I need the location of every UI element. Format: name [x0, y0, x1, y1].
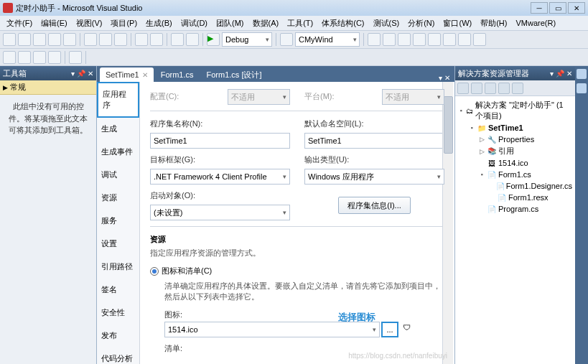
- tool-icon[interactable]: [473, 33, 486, 46]
- document-tab[interactable]: Form1.cs [设计]: [201, 67, 268, 82]
- start-debug-icon[interactable]: ▶: [207, 33, 220, 46]
- menu-item[interactable]: 体系结构(C): [318, 17, 368, 30]
- add-item-icon[interactable]: [18, 33, 31, 46]
- menu-item[interactable]: 视图(V): [73, 17, 106, 30]
- config-dropdown[interactable]: Debug: [222, 32, 272, 47]
- config-label: 配置(C):: [150, 91, 213, 102]
- tool-icon[interactable]: [368, 33, 381, 46]
- collapsed-panel-icon[interactable]: [577, 83, 587, 93]
- output-type-select[interactable]: Windows 应用程序: [304, 169, 444, 185]
- framework-select[interactable]: .NET Framework 4 Client Profile: [150, 169, 290, 185]
- prop-nav-item[interactable]: 应用程序: [97, 82, 139, 118]
- menu-item[interactable]: 帮助(H): [477, 17, 510, 30]
- menu-item[interactable]: 项目(P): [107, 17, 141, 30]
- view-designer-icon[interactable]: [512, 83, 523, 94]
- menu-item[interactable]: 文件(F): [3, 17, 36, 30]
- nav-fwd-icon[interactable]: [186, 33, 199, 46]
- toolbox-group-label: 常规: [10, 82, 26, 93]
- refresh-icon[interactable]: [485, 83, 496, 94]
- solution-root[interactable]: ▪🗂 解决方案 "定时小助手" (1 个项目): [458, 99, 572, 122]
- icon-select[interactable]: 1514.ico: [164, 322, 380, 337]
- prop-nav-item[interactable]: 设置: [97, 233, 139, 256]
- redo-icon[interactable]: [150, 33, 163, 46]
- menu-item[interactable]: 团队(M): [213, 17, 248, 30]
- prop-nav-item[interactable]: 生成事件: [97, 141, 139, 164]
- menu-item[interactable]: 生成(B): [142, 17, 176, 30]
- separator: [167, 33, 167, 46]
- icon-manifest-radio[interactable]: 图标和清单(C): [150, 266, 444, 276]
- tool-icon[interactable]: [383, 33, 396, 46]
- prop-nav-item[interactable]: 发布: [97, 325, 139, 347]
- tree-item[interactable]: ▷📚引用: [458, 145, 572, 157]
- cut-icon[interactable]: [84, 33, 97, 46]
- tool-icon[interactable]: [48, 51, 61, 64]
- close-tab-icon[interactable]: ✕: [142, 71, 148, 79]
- prop-nav-item[interactable]: 生成: [97, 118, 139, 141]
- browse-icon-button[interactable]: ...: [381, 322, 398, 337]
- document-tab[interactable]: Form1.cs: [155, 67, 200, 82]
- menu-item[interactable]: VMware(R): [512, 17, 559, 29]
- tree-item[interactable]: ▷🔧Properties: [458, 134, 572, 145]
- close-button[interactable]: ✕: [568, 2, 585, 14]
- menu-item[interactable]: 测试(S): [370, 17, 403, 30]
- tool-icon[interactable]: [33, 51, 46, 64]
- maximize-button[interactable]: ▭: [549, 2, 566, 14]
- menu-item[interactable]: 分析(N): [404, 17, 438, 30]
- tool-icon[interactable]: [3, 51, 16, 64]
- tree-item[interactable]: ▪📄Form1.cs: [458, 169, 572, 180]
- prop-nav-item[interactable]: 服务: [97, 210, 139, 233]
- tool-icon[interactable]: [18, 51, 31, 64]
- menu-item[interactable]: 编辑(E): [37, 17, 71, 30]
- tool-icon[interactable]: [398, 33, 411, 46]
- prop-nav-item[interactable]: 调试: [97, 164, 139, 187]
- view-code-icon[interactable]: [498, 83, 510, 94]
- nav-back-icon[interactable]: [171, 33, 184, 46]
- tree-item[interactable]: 🖼1514.ico: [458, 157, 572, 169]
- find-icon[interactable]: [280, 33, 293, 46]
- paste-icon[interactable]: [114, 33, 127, 46]
- prop-nav-item[interactable]: 引用路径: [97, 256, 139, 279]
- editor-area: SetTime1✕Form1.csForm1.cs [设计]▾ ✕ 应用程序生成…: [97, 66, 454, 364]
- namespace-input[interactable]: [304, 133, 444, 149]
- tree-item[interactable]: 📄Program.cs: [458, 203, 572, 215]
- assembly-name-input[interactable]: [150, 133, 290, 149]
- platform-dropdown[interactable]: CMyWind: [295, 32, 360, 47]
- tree-item[interactable]: 📄Form1.Designer.cs: [458, 180, 572, 192]
- properties-icon[interactable]: [457, 83, 469, 94]
- pin-icon[interactable]: ▾ 📌 ✕: [550, 70, 572, 78]
- tool-icon[interactable]: [428, 33, 441, 46]
- toolbox-title: 工具箱: [3, 68, 27, 79]
- toolbox-group[interactable]: ▶ 常规: [0, 80, 96, 95]
- prop-nav-item[interactable]: 代码分析: [97, 347, 139, 364]
- tree-item[interactable]: ▪📁SetTime1: [458, 122, 572, 134]
- tool-icon[interactable]: [413, 33, 426, 46]
- show-all-icon[interactable]: [471, 83, 482, 94]
- menu-item[interactable]: 窗口(W): [439, 17, 475, 30]
- prop-nav-item[interactable]: 签名: [97, 279, 139, 302]
- scrollbar-thumb[interactable]: [444, 96, 453, 154]
- undo-icon[interactable]: [135, 33, 148, 46]
- prop-nav-item[interactable]: 资源: [97, 187, 139, 210]
- tree-item[interactable]: 📄Form1.resx: [458, 192, 572, 203]
- menu-item[interactable]: 工具(T): [284, 17, 317, 30]
- collapsed-panel-icon[interactable]: [577, 69, 587, 79]
- menu-item[interactable]: 调试(D): [177, 17, 211, 30]
- new-project-icon[interactable]: [3, 33, 16, 46]
- menu-item[interactable]: 数据(A): [249, 17, 283, 30]
- tool-icon[interactable]: [69, 51, 82, 64]
- prop-nav-item[interactable]: 安全性: [97, 302, 139, 325]
- tab-dropdown-icon[interactable]: ▾ ✕: [434, 74, 454, 82]
- solution-root-label: 解决方案 "定时小助手" (1 个项目): [475, 100, 572, 121]
- pin-icon[interactable]: ▾ 📌 ✕: [71, 70, 93, 78]
- watermark: https://blog.csdn.net/nanfeibuyi: [348, 352, 447, 360]
- tool-icon[interactable]: [443, 33, 456, 46]
- minimize-button[interactable]: ─: [531, 2, 548, 14]
- open-icon[interactable]: [33, 33, 46, 46]
- tool-icon[interactable]: [458, 33, 471, 46]
- document-tab[interactable]: SetTime1✕: [100, 67, 154, 82]
- startup-select[interactable]: (未设置): [150, 205, 290, 220]
- assembly-info-button[interactable]: 程序集信息(I)...: [338, 197, 411, 214]
- save-all-icon[interactable]: [63, 33, 76, 46]
- copy-icon[interactable]: [99, 33, 112, 46]
- save-icon[interactable]: [48, 33, 61, 46]
